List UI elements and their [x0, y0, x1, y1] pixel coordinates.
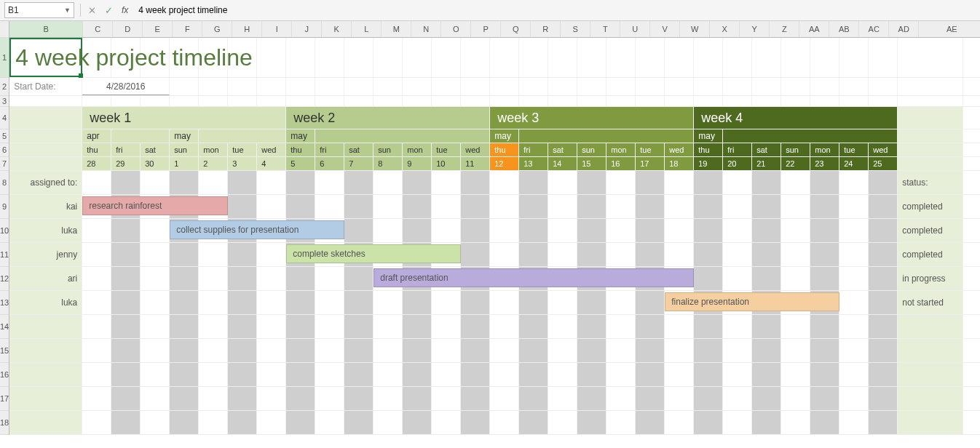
cell[interactable]	[752, 339, 781, 362]
cell[interactable]	[810, 243, 839, 266]
cell[interactable]	[548, 96, 577, 106]
column-header[interactable]: R	[531, 21, 561, 37]
cell[interactable]	[781, 243, 810, 266]
cell[interactable]	[869, 78, 898, 95]
cell[interactable]	[9, 387, 82, 410]
cell[interactable]	[810, 267, 839, 290]
cell[interactable]	[257, 195, 286, 218]
cell[interactable]	[606, 411, 636, 434]
cell[interactable]	[170, 171, 199, 194]
cell[interactable]	[694, 387, 723, 410]
cell[interactable]	[752, 363, 781, 386]
cell[interactable]	[694, 339, 723, 362]
cell[interactable]	[548, 171, 577, 194]
cell[interactable]	[257, 387, 286, 410]
cell[interactable]	[810, 96, 839, 106]
cell[interactable]	[898, 339, 963, 362]
confirm-icon[interactable]: ✓	[103, 5, 114, 16]
cell[interactable]	[199, 315, 228, 338]
cell[interactable]	[839, 195, 869, 218]
cell[interactable]	[170, 315, 199, 338]
cell[interactable]	[461, 96, 490, 106]
fx-label[interactable]: fx	[120, 5, 130, 15]
cell[interactable]	[606, 78, 636, 95]
cell[interactable]	[315, 387, 344, 410]
cell[interactable]	[752, 78, 781, 95]
row-header[interactable]: 14	[0, 315, 9, 339]
cell[interactable]	[898, 315, 963, 338]
cell[interactable]	[374, 387, 403, 410]
cell[interactable]	[636, 315, 665, 338]
cell[interactable]	[781, 38, 810, 77]
cell[interactable]	[461, 219, 490, 242]
cell[interactable]	[577, 171, 606, 194]
column-header[interactable]: U	[620, 21, 650, 37]
cell[interactable]	[344, 195, 374, 218]
cell[interactable]	[344, 315, 374, 338]
cell[interactable]	[548, 219, 577, 242]
row-header[interactable]: 16	[0, 363, 9, 387]
cell[interactable]	[577, 387, 606, 410]
cell[interactable]	[519, 243, 548, 266]
cell[interactable]	[665, 78, 694, 95]
cell[interactable]	[665, 195, 694, 218]
task-bar[interactable]: complete sketches	[286, 244, 461, 263]
cell[interactable]	[606, 363, 636, 386]
cell[interactable]	[636, 291, 665, 314]
cell[interactable]	[810, 315, 839, 338]
cell[interactable]	[548, 411, 577, 434]
cell[interactable]	[694, 363, 723, 386]
cell[interactable]	[723, 387, 752, 410]
row-header[interactable]: 6	[0, 143, 9, 157]
cell[interactable]	[490, 291, 519, 314]
cell[interactable]	[403, 96, 432, 106]
start-date-value[interactable]: 4/28/2016	[82, 78, 170, 95]
cell[interactable]	[810, 387, 839, 410]
cell[interactable]	[839, 219, 869, 242]
cell[interactable]	[111, 243, 141, 266]
cell[interactable]	[228, 315, 257, 338]
cell[interactable]	[82, 219, 111, 242]
cell[interactable]	[315, 291, 344, 314]
cell[interactable]	[286, 171, 315, 194]
cell[interactable]	[141, 411, 170, 434]
column-header[interactable]: G	[202, 21, 232, 37]
cell[interactable]	[810, 339, 839, 362]
cell[interactable]	[490, 315, 519, 338]
cell[interactable]	[461, 315, 490, 338]
cell[interactable]	[432, 78, 461, 95]
cell[interactable]	[403, 38, 432, 77]
cell[interactable]	[490, 171, 519, 194]
cell[interactable]	[111, 96, 141, 106]
cell[interactable]	[403, 291, 432, 314]
cell[interactable]	[869, 339, 898, 362]
cell[interactable]	[432, 219, 461, 242]
task-bar[interactable]: collect supplies for presentation	[170, 220, 344, 239]
cell[interactable]	[199, 78, 228, 95]
cell[interactable]	[752, 411, 781, 434]
cell[interactable]	[577, 78, 606, 95]
cell[interactable]	[257, 411, 286, 434]
cell[interactable]	[141, 387, 170, 410]
cell[interactable]	[694, 171, 723, 194]
cell[interactable]	[199, 171, 228, 194]
cell[interactable]	[461, 387, 490, 410]
cell[interactable]	[403, 387, 432, 410]
cell[interactable]	[839, 96, 869, 106]
cell[interactable]	[374, 411, 403, 434]
row-header[interactable]: 5	[0, 129, 9, 143]
cell[interactable]	[665, 243, 694, 266]
cell[interactable]	[461, 78, 490, 95]
cell[interactable]	[665, 315, 694, 338]
formula-input[interactable]	[135, 4, 976, 17]
cell[interactable]	[432, 315, 461, 338]
cell[interactable]	[869, 38, 898, 77]
column-header[interactable]: H	[232, 21, 262, 37]
cell[interactable]	[665, 38, 694, 77]
row-header[interactable]: 18	[0, 411, 9, 435]
cell[interactable]	[228, 267, 257, 290]
cell[interactable]	[111, 315, 141, 338]
select-all[interactable]	[0, 21, 9, 38]
cell[interactable]	[577, 243, 606, 266]
cell[interactable]	[490, 243, 519, 266]
